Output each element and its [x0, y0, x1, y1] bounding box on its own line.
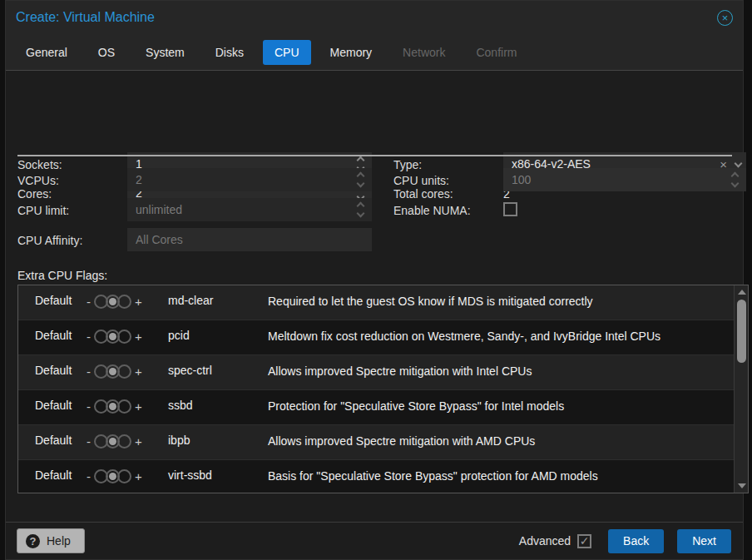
- tab-system[interactable]: System: [134, 40, 196, 65]
- scroll-down-icon[interactable]: [738, 483, 746, 488]
- create-vm-dialog: Create: Virtual Machine × GeneralOSSyste…: [5, 0, 744, 560]
- flag-state-label: Default: [18, 285, 87, 307]
- vcpus-label: VCPUs:: [17, 174, 59, 187]
- flag-description: Required to let the guest OS know if MDS…: [268, 285, 734, 316]
- flag-tristate-slider[interactable]: - +: [87, 469, 168, 483]
- cpu-flag-row: Default - + pcid Meltdown fix cost reduc…: [18, 320, 734, 355]
- flag-state-label: Default: [18, 390, 87, 412]
- cpu-affinity-label: CPU Affinity:: [17, 234, 82, 247]
- flag-on-option[interactable]: [117, 295, 131, 309]
- vcpus-field: [127, 168, 372, 191]
- cpu-flag-row: Default - + virt-ssbd Basis for "Specula…: [18, 460, 734, 493]
- help-button-label: Help: [47, 534, 71, 548]
- cores-label: Cores:: [17, 187, 52, 201]
- flag-description: Protection for "Speculative Store Bypass…: [268, 390, 734, 421]
- flag-name: spec-ctrl: [168, 355, 268, 377]
- tab-cpu[interactable]: CPU: [263, 40, 311, 65]
- flags-scrollbar[interactable]: [734, 285, 748, 493]
- tab-memory[interactable]: Memory: [319, 40, 384, 65]
- flag-description: Allows improved Spectre mitigation with …: [268, 425, 734, 456]
- flag-on-option[interactable]: [117, 434, 131, 448]
- tab-os[interactable]: OS: [87, 40, 126, 65]
- scrollbar-thumb[interactable]: [737, 300, 746, 363]
- back-button[interactable]: Back: [608, 529, 664, 553]
- spinner-down-icon: [730, 180, 739, 188]
- vcpus-spinner: [350, 168, 370, 191]
- flag-state-label: Default: [18, 355, 87, 377]
- cpu-limit-spinner: [350, 198, 370, 221]
- plus-label: +: [135, 399, 142, 414]
- tab-general[interactable]: General: [14, 40, 79, 65]
- spinner-down-icon: [356, 180, 364, 188]
- flag-tristate-slider[interactable]: - +: [87, 330, 168, 344]
- enable-numa-checkbox[interactable]: [503, 202, 517, 216]
- flag-tristate-slider[interactable]: - +: [87, 434, 168, 448]
- minus-label: -: [87, 469, 91, 483]
- cpu-flag-row: Default - + md-clear Required to let the…: [18, 285, 734, 320]
- close-icon[interactable]: ×: [717, 10, 733, 26]
- flag-name: pcid: [168, 320, 268, 342]
- minus-label: -: [87, 434, 91, 448]
- cpu-flags-table: Default - + md-clear Required to let the…: [17, 285, 749, 493]
- minus-label: -: [87, 330, 91, 344]
- footer-actions: Advanced ✓ Back Next: [519, 529, 732, 553]
- flag-tristate-slider[interactable]: - +: [87, 295, 168, 309]
- flag-tristate-slider[interactable]: - +: [87, 399, 168, 414]
- plus-label: +: [135, 434, 142, 448]
- flag-name: ssbd: [168, 390, 268, 412]
- flag-on-option[interactable]: [117, 330, 131, 344]
- minus-label: -: [87, 399, 91, 414]
- minus-label: -: [87, 364, 91, 379]
- advanced-checkbox[interactable]: ✓: [577, 534, 591, 548]
- sockets-label: Sockets:: [17, 158, 62, 171]
- spinner-down-icon: [356, 210, 364, 218]
- flag-description: Allows improved Spectre mitigation with …: [268, 355, 734, 386]
- cpu-units-input: [503, 168, 746, 191]
- plus-label: +: [135, 469, 142, 483]
- flag-name: md-clear: [168, 285, 268, 307]
- vcpus-input: [127, 168, 372, 191]
- plus-label: +: [135, 364, 142, 379]
- wizard-tabbar: GeneralOSSystemDisksCPUMemoryNetworkConf…: [6, 34, 743, 71]
- enable-numa-label: Enable NUMA:: [393, 204, 471, 217]
- tab-disks[interactable]: Disks: [204, 40, 255, 65]
- flag-name: virt-ssbd: [168, 460, 268, 482]
- flag-state-label: Default: [18, 425, 87, 447]
- flag-on-option[interactable]: [117, 364, 131, 379]
- scroll-up-icon[interactable]: [738, 290, 746, 295]
- help-icon: ?: [26, 534, 40, 548]
- advanced-label: Advanced: [519, 534, 571, 548]
- flag-name: ibpb: [168, 425, 268, 447]
- next-button[interactable]: Next: [677, 529, 731, 553]
- cpu-units-label: CPU units:: [393, 174, 449, 187]
- cpu-limit-input: [127, 198, 372, 221]
- flag-state-label: Default: [18, 320, 87, 342]
- flag-on-option[interactable]: [117, 399, 131, 414]
- plus-label: +: [135, 330, 142, 344]
- cpu-units-field: [503, 168, 746, 191]
- section-divider: [17, 155, 732, 156]
- cpu-flag-row: Default - + ssbd Protection for "Specula…: [18, 390, 734, 425]
- plus-label: +: [135, 295, 142, 309]
- cpu-affinity-input[interactable]: [127, 228, 372, 251]
- dialog-titlebar: Create: Virtual Machine ×: [6, 1, 743, 34]
- cpu-flag-row: Default - + ibpb Allows improved Spectre…: [18, 425, 734, 460]
- dialog-footer: ? Help Advanced ✓ Back Next: [6, 522, 743, 559]
- chevron-down-icon[interactable]: [735, 160, 743, 168]
- tab-network: Network: [391, 40, 457, 65]
- flag-state-label: Default: [18, 460, 87, 482]
- cpu-limit-field: [127, 198, 372, 221]
- dialog-title: Create: Virtual Machine: [16, 10, 155, 25]
- cpu-tab-panel: Sockets: Type: × Cores: Total cores: 2: [6, 71, 743, 522]
- total-cores-label: Total cores:: [393, 187, 453, 201]
- flag-tristate-slider[interactable]: - +: [87, 364, 168, 379]
- extra-cpu-flags-label: Extra CPU Flags:: [17, 269, 107, 282]
- flag-description: Meltdown fix cost reduction on Westmere,…: [268, 320, 734, 351]
- flag-on-option[interactable]: [117, 469, 131, 483]
- flag-description: Basis for "Speculative Store Bypass" pro…: [268, 460, 734, 491]
- cpu-affinity-field: [127, 228, 372, 251]
- type-label: Type:: [393, 158, 422, 171]
- tab-confirm: Confirm: [464, 40, 528, 65]
- help-button[interactable]: ? Help: [17, 528, 85, 553]
- cpu-limit-label: CPU limit:: [17, 204, 69, 217]
